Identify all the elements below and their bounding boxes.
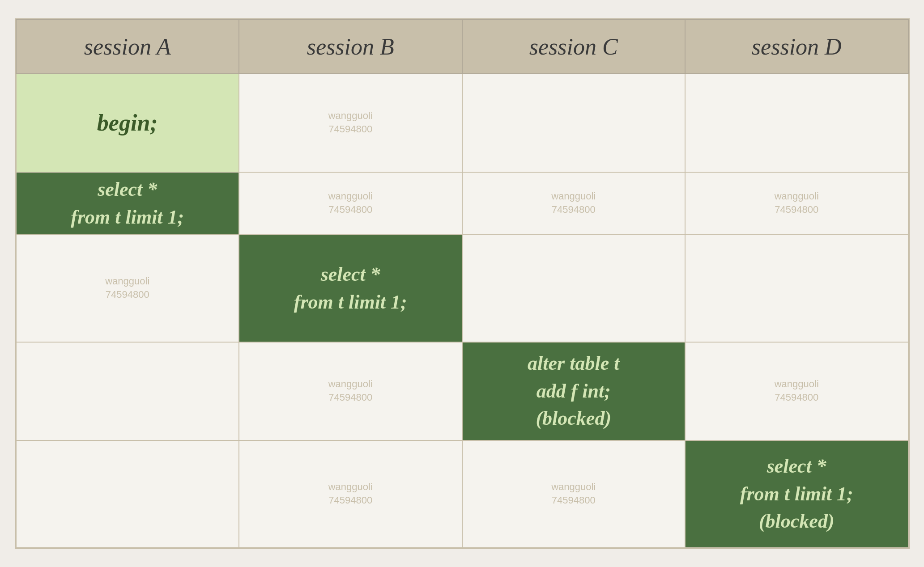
cell-r4-c0 <box>16 440 239 548</box>
watermark-r3-c3: wangguoli74594800 <box>775 377 819 405</box>
cell-r3-c0 <box>16 342 239 440</box>
cell-text-r2-c1: select * from t limit 1; <box>294 263 407 313</box>
session-table: session Asession Bsession Csession D beg… <box>16 19 909 548</box>
header-session-d: session D <box>685 20 908 74</box>
cell-r0-c1: wangguoli74594800 <box>239 74 462 172</box>
watermark-r3-c1: wangguoli74594800 <box>328 377 373 405</box>
cell-r0-c3 <box>685 74 908 172</box>
cell-r2-c1: select * from t limit 1; <box>239 235 462 342</box>
cell-r3-c3: wangguoli74594800 <box>685 342 908 440</box>
cell-r0-c2 <box>462 74 686 172</box>
header-row: session Asession Bsession Csession D <box>16 20 908 74</box>
table-row-4: wangguoli74594800wangguoli74594800select… <box>16 440 908 548</box>
table-row-3: wangguoli74594800alter table t add f int… <box>16 342 908 440</box>
watermark-r4-c1: wangguoli74594800 <box>328 480 373 508</box>
header-session-a: session A <box>16 20 239 74</box>
cell-r4-c2: wangguoli74594800 <box>462 440 686 548</box>
cell-r0-c0: begin; <box>16 74 239 172</box>
watermark-r1-c1: wangguoli74594800 <box>328 190 373 217</box>
cell-text-r1-c0: select * from t limit 1; <box>71 178 184 228</box>
watermark-r4-c2: wangguoli74594800 <box>551 480 596 508</box>
watermark-r0-c1: wangguoli74594800 <box>328 109 373 137</box>
header-session-c: session C <box>462 20 686 74</box>
header-session-b: session B <box>239 20 462 74</box>
cell-r1-c2: wangguoli74594800 <box>462 172 686 235</box>
cell-r2-c3 <box>685 235 908 342</box>
cell-r1-c0: select * from t limit 1; <box>16 172 239 235</box>
cell-r2-c0: wangguoli74594800 <box>16 235 239 342</box>
cell-r1-c3: wangguoli74594800 <box>685 172 908 235</box>
cell-r3-c2: alter table t add f int; (blocked) <box>462 342 686 440</box>
watermark-r1-c2: wangguoli74594800 <box>551 190 596 217</box>
cell-r4-c1: wangguoli74594800 <box>239 440 462 548</box>
table-row-0: begin;wangguoli74594800 <box>16 74 908 172</box>
cell-text-r4-c3: select * from t limit 1; (blocked) <box>740 455 853 532</box>
cell-r1-c1: wangguoli74594800 <box>239 172 462 235</box>
table-row-2: wangguoli74594800select * from t limit 1… <box>16 235 908 342</box>
watermark-r2-c0: wangguoli74594800 <box>105 275 149 302</box>
watermark-r1-c3: wangguoli74594800 <box>775 190 819 217</box>
cell-text-r3-c2: alter table t add f int; (blocked) <box>528 352 619 429</box>
cell-r3-c1: wangguoli74594800 <box>239 342 462 440</box>
cell-r4-c3: select * from t limit 1; (blocked) <box>685 440 908 548</box>
cell-r2-c2 <box>462 235 686 342</box>
table-row-1: select * from t limit 1;wangguoli7459480… <box>16 172 908 235</box>
cell-text-r0-c0: begin; <box>97 110 158 135</box>
